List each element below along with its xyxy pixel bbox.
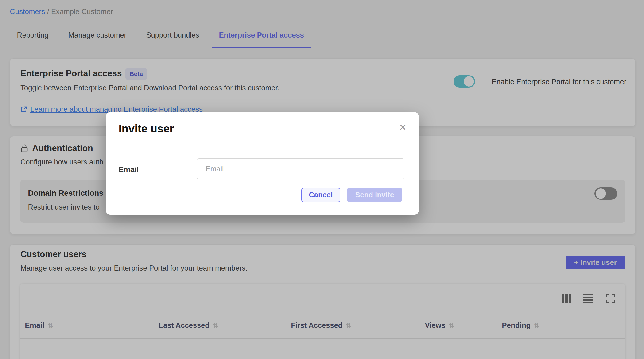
cancel-button[interactable]: Cancel bbox=[301, 188, 340, 202]
close-icon[interactable]: ✕ bbox=[399, 123, 406, 132]
email-field[interactable] bbox=[197, 158, 404, 179]
invite-user-modal: Invite user ✕ Email Cancel Send invite bbox=[106, 112, 419, 215]
email-label: Email bbox=[118, 165, 138, 174]
modal-title: Invite user bbox=[118, 122, 174, 135]
send-invite-button[interactable]: Send invite bbox=[347, 188, 402, 202]
